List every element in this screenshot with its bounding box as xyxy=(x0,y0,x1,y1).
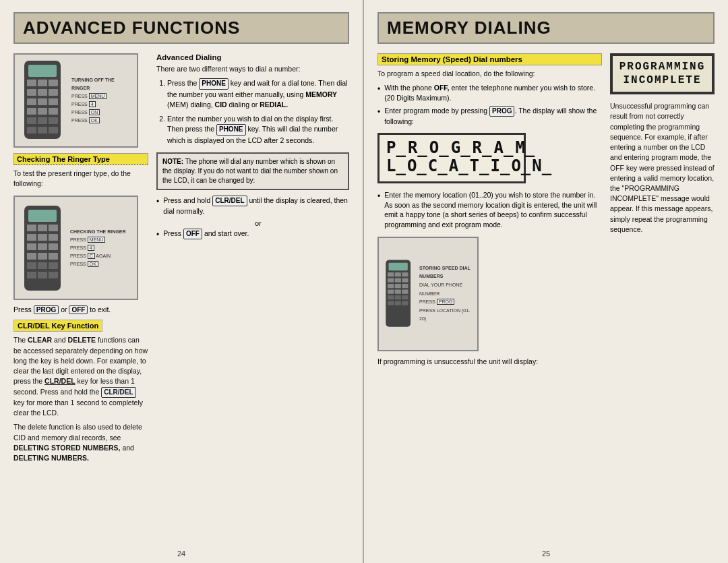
checking-ringer-section: Checking The Ringer Type To test the pre… xyxy=(13,153,148,189)
svg-rect-34 xyxy=(27,262,36,269)
bullet-off: • Press OFF and start over. xyxy=(156,229,349,241)
unsuccessful-text: If programming is unsuccessful the unit … xyxy=(377,357,602,367)
left-page-title-banner: ADVANCED FUNCTIONS xyxy=(13,12,349,44)
svg-rect-52 xyxy=(395,290,401,294)
svg-rect-57 xyxy=(388,301,394,305)
advanced-dialing-section: Advanced Dialing There are two different… xyxy=(156,53,349,146)
step-1: Press the PHONE key and wait for a dial … xyxy=(167,78,349,110)
clr-del-body2: The delete function is also used to dele… xyxy=(13,422,148,463)
svg-rect-2 xyxy=(27,80,36,86)
phone3-label-title1: STORING SPEED DIAL NUMBERS xyxy=(419,264,473,281)
storing-bullet-3: • Enter the memory location (01..20) you… xyxy=(377,190,602,230)
phone2-label-3: PRESS C AGAIN xyxy=(70,252,125,260)
left-col1: TURNING OFF THE RINGER PRESS MENU PRESS … xyxy=(13,53,148,470)
svg-rect-25 xyxy=(27,234,36,241)
svg-rect-58 xyxy=(395,301,401,305)
storing-bullet-3-text: Enter the memory location (01..20) you w… xyxy=(384,190,602,230)
svg-rect-16 xyxy=(49,117,58,124)
left-page-title: ADVANCED FUNCTIONS xyxy=(23,18,340,38)
svg-rect-33 xyxy=(49,253,58,260)
to-exit-text: to exit. xyxy=(90,305,111,314)
phone2-label-title: CHECKING THE RINGER xyxy=(70,228,125,236)
svg-rect-48 xyxy=(388,284,394,288)
bullet-dot-1: • xyxy=(156,196,159,208)
svg-rect-42 xyxy=(388,272,394,276)
svg-rect-23 xyxy=(38,225,47,231)
phone2-label-1: PRESS MENU xyxy=(70,236,125,244)
svg-rect-5 xyxy=(27,89,36,96)
bullet-dot-2: • xyxy=(156,229,159,241)
prog-key: PROG xyxy=(34,305,59,314)
phone3-label-3: PRESS LOCATION (01-20) xyxy=(419,307,473,324)
storing-bullet-2: • Enter program mode by pressing PROG. T… xyxy=(377,106,602,127)
prog-incomplete-body: Unsuccessful programming can result from… xyxy=(610,101,715,235)
svg-rect-47 xyxy=(402,278,408,283)
right-col2: PROGRAMMING INCOMPLETE Unsuccessful prog… xyxy=(610,53,715,371)
advanced-dialing-heading: Advanced Dialing xyxy=(156,53,349,61)
svg-rect-49 xyxy=(395,284,401,288)
press-text: Press xyxy=(13,305,32,314)
svg-rect-53 xyxy=(402,290,408,294)
advanced-dialing-steps: Press the PHONE key and wait for a dial … xyxy=(156,78,349,146)
left-page-number: 24 xyxy=(177,550,185,558)
svg-rect-6 xyxy=(38,89,47,96)
svg-rect-41 xyxy=(388,263,407,270)
right-page: MEMORY DIALING Storing Memory (Speed) Di… xyxy=(364,0,728,563)
phone2-label-4: PRESS OK xyxy=(70,260,125,268)
note-title: NOTE: xyxy=(162,158,183,165)
svg-rect-13 xyxy=(49,108,58,115)
storing-bullet-dot-1: • xyxy=(377,84,380,95)
svg-rect-37 xyxy=(27,272,36,278)
storing-bullet-dot-3: • xyxy=(377,191,380,202)
phone3-label-1: PRESS PROG xyxy=(419,298,473,307)
storing-bullet-dot-2: • xyxy=(377,107,380,118)
svg-rect-12 xyxy=(38,108,47,115)
left-col2: Advanced Dialing There are two different… xyxy=(156,53,349,470)
right-page-title-banner: MEMORY DIALING xyxy=(377,12,715,44)
svg-rect-9 xyxy=(38,98,47,105)
prog-incomplete-box: PROGRAMMING INCOMPLETE xyxy=(610,53,715,94)
svg-rect-55 xyxy=(395,295,401,299)
svg-rect-19 xyxy=(49,127,58,134)
svg-rect-27 xyxy=(49,234,58,241)
clr-del-section: CLR/DEL Key Function The CLEAR and DELET… xyxy=(13,320,148,463)
svg-rect-17 xyxy=(27,127,36,134)
svg-rect-32 xyxy=(38,253,47,260)
svg-rect-18 xyxy=(38,127,47,134)
clr-del-body1: The CLEAR and DELETE functions can be ac… xyxy=(13,335,148,418)
note-text: The phone will dial any number which is … xyxy=(162,158,338,184)
right-page-number: 25 xyxy=(542,550,550,558)
svg-rect-26 xyxy=(38,234,47,241)
program-location-display: P̲R̲O̲G̲R̲A̲M̲ L̲O̲C̲A̲T̲I̲O̲N̲ xyxy=(377,133,526,183)
phone1-label-title: TURNING OFF THE RINGER xyxy=(71,76,133,92)
svg-rect-29 xyxy=(38,243,47,250)
phone1-label-2: PRESS 4 xyxy=(71,100,133,109)
svg-rect-51 xyxy=(388,290,394,294)
right-page-title: MEMORY DIALING xyxy=(387,18,705,38)
storing-section: Storing Memory (Speed) Dial numbers To p… xyxy=(377,53,602,230)
storing-heading: Storing Memory (Speed) Dial numbers xyxy=(377,53,602,65)
phone-svg-1 xyxy=(19,59,66,140)
bullet-clr-del: • Press and hold CLR/DEL until the displ… xyxy=(156,196,349,216)
storing-bullet-1: • With the phone OFF, enter the telephon… xyxy=(377,83,602,102)
svg-rect-21 xyxy=(28,210,57,222)
checking-ringer-heading: Checking The Ringer Type xyxy=(13,153,148,165)
svg-rect-43 xyxy=(395,272,401,276)
advanced-dialing-intro: There are two different ways to dial a n… xyxy=(156,64,349,74)
left-page: ADVANCED FUNCTIONS xyxy=(0,0,364,563)
svg-rect-22 xyxy=(27,225,36,231)
phone1-label-1: PRESS MENU xyxy=(71,92,133,100)
svg-rect-28 xyxy=(27,243,36,250)
svg-rect-3 xyxy=(38,80,47,86)
bullet-off-text: Press OFF and start over. xyxy=(163,229,249,239)
program-display-line1: P̲R̲O̲G̲R̲A̲M̲ xyxy=(386,140,517,158)
svg-rect-36 xyxy=(49,262,58,269)
phone-svg-2 xyxy=(19,204,66,292)
phone-illustration-3: STORING SPEED DIAL NUMBERS DIAL YOUR PHO… xyxy=(377,237,479,351)
phone1-label-3: PRESS ON xyxy=(71,109,133,117)
svg-rect-10 xyxy=(49,98,58,105)
press-prog-off-line: Press PROG or OFF to exit. xyxy=(13,305,148,314)
svg-rect-59 xyxy=(402,301,408,305)
svg-rect-38 xyxy=(38,272,47,278)
storing-bullet-1-text: With the phone OFF, enter the telephone … xyxy=(384,83,602,102)
